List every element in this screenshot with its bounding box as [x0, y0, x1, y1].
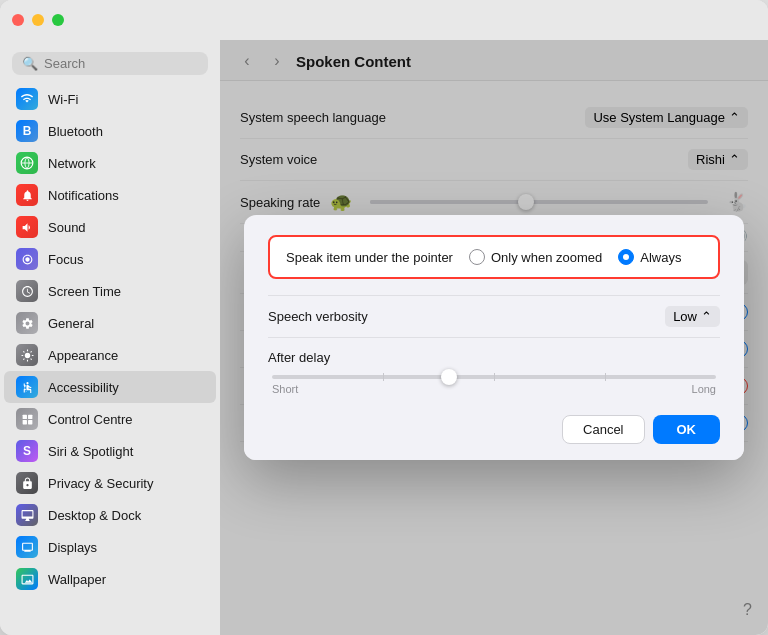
- after-delay-row: After delay Short: [268, 337, 720, 399]
- speech-verbosity-row: Speech verbosity Low ⌃: [268, 295, 720, 337]
- sidebar-label-accessibility: Accessibility: [48, 380, 119, 395]
- delay-slider[interactable]: [272, 375, 716, 379]
- sidebar-item-screentime[interactable]: Screen Time: [4, 275, 216, 307]
- search-input[interactable]: [44, 56, 198, 71]
- speech-verbosity-label: Speech verbosity: [268, 309, 368, 324]
- content-area: ‹ › Spoken Content System speech languag…: [220, 40, 768, 635]
- speech-verbosity-dropdown[interactable]: Low ⌃: [665, 306, 720, 327]
- siri-icon: S: [16, 440, 38, 462]
- sidebar-label-appearance: Appearance: [48, 348, 118, 363]
- sidebar-label-general: General: [48, 316, 94, 331]
- privacy-icon: [16, 472, 38, 494]
- speak-pointer-label: Speak item under the pointer: [286, 250, 453, 265]
- system-preferences-window: 🔍 Wi-Fi B Bluetooth Network: [0, 0, 768, 635]
- delay-labels: Short Long: [272, 383, 716, 395]
- sidebar-label-privacy: Privacy & Security: [48, 476, 153, 491]
- sidebar: 🔍 Wi-Fi B Bluetooth Network: [0, 40, 220, 635]
- sidebar-item-wifi[interactable]: Wi-Fi: [4, 83, 216, 115]
- sidebar-label-focus: Focus: [48, 252, 83, 267]
- accessibility-icon: [16, 376, 38, 398]
- close-button[interactable]: [12, 14, 24, 26]
- delay-min-label: Short: [272, 383, 298, 395]
- speech-verbosity-value: Low ⌃: [665, 306, 720, 327]
- notifications-icon: [16, 184, 38, 206]
- app-body: 🔍 Wi-Fi B Bluetooth Network: [0, 40, 768, 635]
- zoom-button[interactable]: [52, 14, 64, 26]
- radio-only-when-zoomed[interactable]: Only when zoomed: [469, 249, 602, 265]
- svg-rect-6: [28, 420, 32, 424]
- modal-overlay: Speak item under the pointer Only when z…: [220, 40, 768, 635]
- sidebar-label-wifi: Wi-Fi: [48, 92, 78, 107]
- network-icon: [16, 152, 38, 174]
- sidebar-label-displays: Displays: [48, 540, 97, 555]
- sidebar-item-wallpaper[interactable]: Wallpaper: [4, 563, 216, 595]
- screentime-icon: [16, 280, 38, 302]
- svg-point-2: [26, 382, 28, 384]
- delay-slider-container: Short Long: [268, 375, 720, 395]
- wifi-icon: [16, 88, 38, 110]
- controlcentre-icon: [16, 408, 38, 430]
- radio-circle-always: [618, 249, 634, 265]
- sidebar-label-bluetooth: Bluetooth: [48, 124, 103, 139]
- svg-rect-5: [22, 420, 26, 424]
- search-box[interactable]: 🔍: [12, 52, 208, 75]
- sidebar-item-desktop[interactable]: Desktop & Dock: [4, 499, 216, 531]
- svg-rect-4: [28, 414, 32, 418]
- sidebar-item-notifications[interactable]: Notifications: [4, 179, 216, 211]
- bluetooth-icon: B: [16, 120, 38, 142]
- radio-always[interactable]: Always: [618, 249, 681, 265]
- cancel-button[interactable]: Cancel: [562, 415, 644, 444]
- appearance-icon: [16, 344, 38, 366]
- spoken-content-modal: Speak item under the pointer Only when z…: [244, 215, 744, 460]
- sidebar-label-wallpaper: Wallpaper: [48, 572, 106, 587]
- sidebar-label-network: Network: [48, 156, 96, 171]
- speak-pointer-row: Speak item under the pointer Only when z…: [268, 235, 720, 279]
- displays-icon: [16, 536, 38, 558]
- minimize-button[interactable]: [32, 14, 44, 26]
- sidebar-item-siri[interactable]: S Siri & Spotlight: [4, 435, 216, 467]
- sound-icon: [16, 216, 38, 238]
- search-icon: 🔍: [22, 56, 38, 71]
- sidebar-item-displays[interactable]: Displays: [4, 531, 216, 563]
- delay-thumb: [441, 369, 457, 385]
- svg-rect-3: [22, 414, 26, 418]
- sidebar-item-sound[interactable]: Sound: [4, 211, 216, 243]
- focus-icon: [16, 248, 38, 270]
- sidebar-label-controlcentre: Control Centre: [48, 412, 133, 427]
- radio-label-only-when-zoomed: Only when zoomed: [491, 250, 602, 265]
- sidebar-item-accessibility[interactable]: Accessibility: [4, 371, 216, 403]
- sidebar-item-network[interactable]: Network: [4, 147, 216, 179]
- chevron-down-icon: ⌃: [701, 309, 712, 324]
- sidebar-item-general[interactable]: General: [4, 307, 216, 339]
- after-delay-label: After delay: [268, 350, 720, 365]
- sidebar-label-sound: Sound: [48, 220, 86, 235]
- title-bar: [0, 0, 768, 40]
- sidebar-item-controlcentre[interactable]: Control Centre: [4, 403, 216, 435]
- radio-label-always: Always: [640, 250, 681, 265]
- sidebar-label-desktop: Desktop & Dock: [48, 508, 141, 523]
- radio-circle-only-when-zoomed: [469, 249, 485, 265]
- sidebar-label-siri: Siri & Spotlight: [48, 444, 133, 459]
- sidebar-label-notifications: Notifications: [48, 188, 119, 203]
- ok-button[interactable]: OK: [653, 415, 721, 444]
- modal-footer: Cancel OK: [244, 399, 744, 460]
- desktop-icon: [16, 504, 38, 526]
- sidebar-item-focus[interactable]: Focus: [4, 243, 216, 275]
- wallpaper-icon: [16, 568, 38, 590]
- sidebar-label-screentime: Screen Time: [48, 284, 121, 299]
- general-icon: [16, 312, 38, 334]
- svg-point-1: [24, 352, 29, 357]
- sidebar-item-privacy[interactable]: Privacy & Security: [4, 467, 216, 499]
- sidebar-item-appearance[interactable]: Appearance: [4, 339, 216, 371]
- sidebar-item-bluetooth[interactable]: B Bluetooth: [4, 115, 216, 147]
- modal-content: Speak item under the pointer Only when z…: [244, 215, 744, 399]
- delay-max-label: Long: [692, 383, 716, 395]
